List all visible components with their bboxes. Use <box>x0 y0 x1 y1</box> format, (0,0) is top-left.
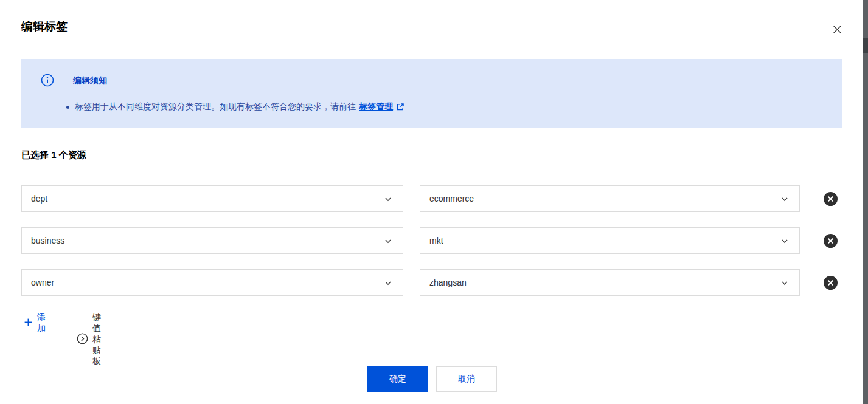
chevron-down-icon <box>780 194 790 206</box>
close-icon <box>832 24 842 36</box>
tag-row: owner zhangsan <box>0 269 868 296</box>
scrollbar-thumb[interactable] <box>863 38 868 53</box>
chevron-down-icon <box>780 278 790 290</box>
scrollbar[interactable] <box>863 0 868 404</box>
remove-tag-button[interactable] <box>824 192 838 206</box>
notice-text: 标签用于从不同维度对资源分类管理。如现有标签不符合您的要求，请前往 <box>75 101 356 112</box>
tag-management-link[interactable]: 标签管理 <box>359 101 393 112</box>
tag-key-value: business <box>31 236 64 245</box>
external-link-icon <box>396 103 404 113</box>
notice-heading: 编辑须知 <box>73 75 107 86</box>
notice-banner: 编辑须知 标签用于从不同维度对资源分类管理。如现有标签不符合您的要求，请前往 标… <box>21 59 842 128</box>
cancel-button[interactable]: 取消 <box>436 366 497 392</box>
add-tag-button[interactable]: 添加 <box>24 312 46 334</box>
selection-summary: 已选择 1 个资源 <box>21 149 86 161</box>
tag-value-select[interactable]: zhangsan <box>420 269 800 296</box>
tag-key-select[interactable]: business <box>21 227 403 254</box>
circle-close-icon <box>824 282 838 292</box>
tag-value-select[interactable]: mkt <box>420 227 800 254</box>
dialog-title: 编辑标签 <box>21 19 68 35</box>
tag-key-select[interactable]: owner <box>21 269 403 296</box>
chevron-right-circle-icon <box>77 333 88 346</box>
chevron-down-icon <box>383 236 393 248</box>
edit-tags-dialog: 编辑标签 编辑须知 标签用于从不同维度对资源分类管理。如现有标签不符合您的要求，… <box>0 0 868 404</box>
tag-row: dept ecommerce <box>0 185 868 212</box>
tag-value-value: zhangsan <box>429 278 467 287</box>
remove-tag-button[interactable] <box>824 276 838 290</box>
add-tag-label: 添加 <box>37 312 46 334</box>
info-circle-icon <box>41 74 54 87</box>
tag-key-value: owner <box>31 278 54 287</box>
plus-icon <box>24 318 33 329</box>
tag-key-value: dept <box>31 194 47 204</box>
tag-row: business mkt <box>0 227 868 254</box>
chevron-down-icon <box>383 194 393 206</box>
notice-bullet: 标签用于从不同维度对资源分类管理。如现有标签不符合您的要求，请前往 标签管理 <box>66 101 404 112</box>
tag-value-value: ecommerce <box>429 194 474 204</box>
close-button[interactable] <box>828 22 845 39</box>
chevron-down-icon <box>383 278 393 290</box>
remove-tag-button[interactable] <box>824 234 838 248</box>
tag-value-value: mkt <box>429 236 443 245</box>
tag-value-select[interactable]: ecommerce <box>420 185 800 212</box>
circle-close-icon <box>824 241 838 250</box>
paste-board-label: 键值粘贴板 <box>92 312 101 367</box>
circle-close-icon <box>824 199 838 208</box>
tag-key-select[interactable]: dept <box>21 185 403 212</box>
bullet-dot <box>66 106 69 109</box>
confirm-button[interactable]: 确定 <box>367 366 428 392</box>
chevron-down-icon <box>780 236 790 248</box>
paste-board-button[interactable]: 键值粘贴板 <box>77 312 101 367</box>
